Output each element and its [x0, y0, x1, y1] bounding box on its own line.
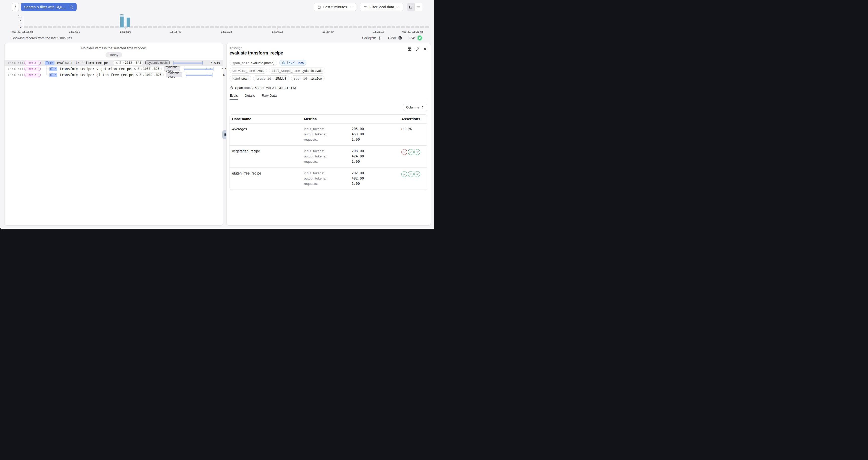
trace-row-time: 13:18:11 [7, 67, 22, 71]
expand-children-icon[interactable]: + [51, 73, 53, 76]
copy-link-icon[interactable] [415, 47, 420, 51]
search-button[interactable]: Search & filter with SQL... [21, 3, 76, 11]
search-button-label: Search & filter with SQL... [24, 5, 66, 9]
eval-case-row[interactable]: Averages input_tokens:205.00 output_toke… [230, 123, 427, 145]
tab-evals[interactable]: Evals [229, 94, 238, 100]
duration-bar[interactable] [184, 73, 217, 77]
attribute-chip-span-name[interactable]: span_name evaluate {name} [229, 60, 277, 66]
x-tick-label: 13:17:32 [69, 30, 81, 33]
eval-case-row[interactable]: gluten_free_recipe input_tokens:202.00 o… [230, 167, 427, 190]
level-badge[interactable]: level Info [279, 60, 306, 66]
chevron-down-icon [349, 5, 352, 9]
evals-table-header: Case name Metrics Assertions [230, 115, 427, 123]
showing-records-text: Showing records from the last 5 minutes [11, 36, 72, 40]
service-badge[interactable]: evals [24, 61, 41, 65]
filter-icon [364, 5, 367, 9]
span-count-chip[interactable]: + 7 [49, 73, 57, 77]
attribute-chip-trace-id[interactable]: trace_id ...15ddb8 [253, 75, 289, 81]
timeline-bar[interactable] [127, 18, 130, 27]
no-older-items-notice: No older items in the selected time wind… [4, 46, 223, 50]
x-tick-label: 13:20:40 [322, 30, 334, 33]
today-pill[interactable]: Today [105, 52, 122, 58]
span-detail-title: evaluate transform_recipe [229, 51, 283, 56]
output-tokens-count: 325 [156, 73, 161, 76]
clear-button[interactable]: Clear [388, 36, 402, 40]
timeline-bar-selected[interactable] [120, 17, 124, 27]
assertion-pass-icon[interactable] [414, 149, 420, 155]
trace-row[interactable]: 13:18:11 evals + 7 transform_recipe: veg… [4, 66, 223, 72]
tab-raw-data[interactable]: Raw Data [262, 94, 277, 100]
attribute-chip-kind[interactable]: kind span [229, 75, 251, 81]
y-tick-10: 10 [11, 14, 21, 18]
x-tick-label: 13:18:47 [170, 30, 182, 33]
time-range-dropdown[interactable]: Last 5 minutes [314, 3, 356, 11]
collapse-children-icon[interactable]: − [46, 62, 49, 64]
attribute-chip-otel-scope-name[interactable]: otel_scope_name pydantic-evals [269, 68, 325, 73]
live-indicator-icon[interactable] [417, 35, 423, 41]
columns-button[interactable]: Columns [403, 104, 427, 111]
expand-children-icon[interactable]: + [51, 68, 53, 70]
sigma-icon: Σ [120, 61, 121, 65]
output-tokens-arrow-icon: ↙ [133, 61, 135, 64]
y-tick-5: 5 [11, 20, 21, 23]
tokens-coin-icon [115, 61, 118, 64]
scope-tag[interactable]: pydantic-evals [166, 72, 183, 77]
tree-view-toggle[interactable] [407, 3, 415, 11]
info-icon [282, 61, 285, 65]
live-toggle[interactable]: Live [409, 35, 423, 41]
span-count-chip[interactable]: − 16 [45, 61, 55, 65]
span-name: transform_recipe: vegetarian_recipe [60, 67, 131, 71]
collapse-label: Collapse [362, 36, 376, 40]
records-timeline-chart[interactable]: 10 5 0 Mar 31. 13:16:55 13:17:32 13:18:1… [0, 14, 434, 35]
tab-details[interactable]: Details [245, 94, 255, 100]
trace-row[interactable]: 13:18:11 evals + 7 transform_recipe: glu… [4, 72, 223, 78]
service-badge[interactable]: evals [24, 73, 41, 77]
assertion-fail-icon[interactable] [401, 149, 407, 155]
assertion-pass-icon[interactable] [408, 149, 414, 155]
trace-row[interactable]: 13:18:11 evals − 16 evaluate transform_r… [4, 60, 223, 66]
attribute-chip-span-id[interactable]: span_id ...1ca2ce [291, 75, 324, 81]
tokens-coin-icon [133, 67, 136, 70]
collapse-button[interactable]: Collapse [362, 36, 381, 40]
token-stats-pill[interactable]: Σ ↗ 1030 ↙ 323 [131, 67, 161, 71]
collapse-icon [378, 36, 381, 40]
assertion-pass-icon[interactable] [408, 171, 414, 177]
service-badge[interactable]: evals [24, 67, 41, 71]
window-bottom-edge [0, 229, 434, 230]
x-tick-label: Mar 31. 13:16:55 [11, 30, 33, 33]
x-tick-label: 13:20:02 [272, 30, 283, 33]
case-name: Averages [230, 124, 301, 145]
span-duration-summary: Span took 7.53s at Mar 31 13:18:11 PM [229, 86, 427, 90]
search-icon [69, 5, 73, 9]
output-tokens-count: 648 [135, 61, 141, 65]
attribute-chip-service-name[interactable]: service_name evals [229, 68, 267, 73]
scope-tag[interactable]: pydantic-evals [146, 61, 169, 65]
dock-panel-icon[interactable] [407, 47, 412, 51]
span-count-chip[interactable]: + 7 [49, 67, 57, 71]
token-stats-pill[interactable]: Σ ↗ 1082 ↙ 325 [133, 72, 163, 77]
trace-list-panel: No older items in the selected time wind… [4, 43, 223, 226]
token-stats-pill[interactable]: Σ ↗ 2112 ↙ 648 [113, 61, 144, 65]
scope-tag[interactable]: pydantic-evals [164, 67, 181, 71]
up-down-chevrons-icon [421, 106, 424, 109]
duration-bar[interactable] [182, 67, 215, 71]
eval-case-row[interactable]: vegetarian_recipe input_tokens:208.00 ou… [230, 145, 427, 167]
filter-dropdown[interactable]: Filter local data [360, 3, 403, 11]
slash-key-label: / [15, 5, 16, 9]
assertion-pass-icon[interactable] [414, 171, 420, 177]
span-count: 7 [54, 67, 56, 71]
assertion-pass-icon[interactable] [401, 171, 407, 177]
clear-label: Clear [388, 36, 396, 40]
trace-row-time: 13:18:11 [7, 73, 22, 77]
span-detail-panel: message evaluate transform_recipe [226, 43, 431, 226]
output-tokens-arrow-icon: ↙ [151, 67, 153, 70]
list-view-toggle[interactable] [415, 3, 423, 11]
duration-text: 7.53s [206, 61, 220, 65]
duration-bar[interactable] [171, 61, 205, 65]
timeline-baseline [24, 26, 430, 28]
input-tokens-arrow-icon: ↗ [141, 67, 142, 70]
span-count: 7 [54, 73, 56, 77]
output-tokens-arrow-icon: ↙ [154, 73, 155, 76]
close-icon[interactable] [423, 47, 427, 51]
x-tick-label: 13:21:17 [373, 30, 384, 33]
